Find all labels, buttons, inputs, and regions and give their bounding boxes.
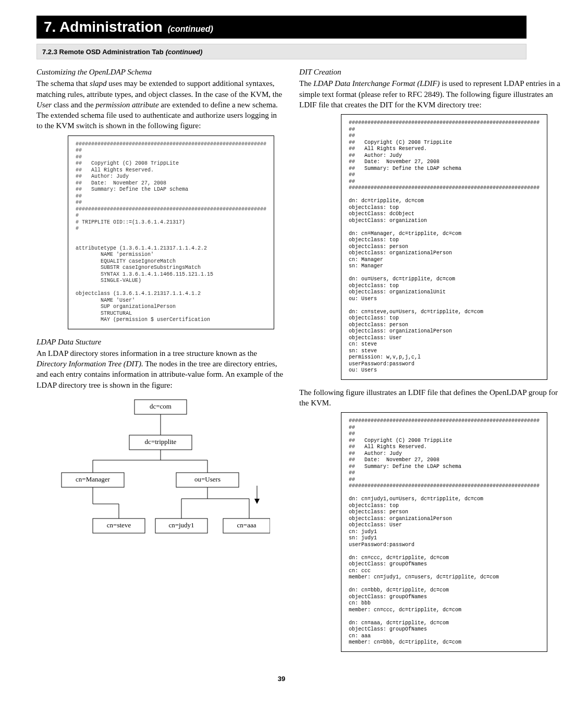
right-sec2-para: The following figure illustrates an LDIF… <box>299 387 563 409</box>
chapter-number: 7. <box>44 19 56 35</box>
schema-figure: ########################################… <box>68 135 274 329</box>
ldif-dit-figure: ########################################… <box>341 114 547 380</box>
tree-lvl4a: cn=steve <box>107 521 131 529</box>
left-sec1-title: Customizing the OpenLDAP Schema <box>36 67 285 77</box>
chapter-heading: 7. Administration (continued) <box>36 16 527 39</box>
ldif-group-figure: ########################################… <box>341 412 547 652</box>
tree-lvl4c: cn=aaa <box>237 521 256 529</box>
section-continued: (continued) <box>166 48 203 56</box>
right-sec1-para: The LDAP Data Interchange Format (LDIF) … <box>299 78 563 110</box>
tree-lvl4b: cn=judy1 <box>168 521 194 529</box>
right-sec1-title: DIT Creation <box>299 67 563 77</box>
chapter-continued: (continued) <box>168 24 213 33</box>
section-heading: 7.2.3 Remote OSD Administration Tab (con… <box>36 44 527 59</box>
right-column: DIT Creation The LDAP Data Interchange F… <box>299 67 563 659</box>
tree-root: dc=com <box>150 402 172 410</box>
tree-lvl3b: ou=Users <box>194 475 221 483</box>
left-sec2-title: LDAP Data Stucture <box>36 337 285 347</box>
section-number: 7.2.3 <box>42 48 57 56</box>
dit-tree-figure: .nb { fill:#fff; stroke:#000; stroke-wid… <box>51 394 270 566</box>
section-title: Remote OSD Administration Tab <box>59 48 164 56</box>
chapter-title: Administration <box>59 19 163 35</box>
left-sec1-para: The schema that slapd uses may be extend… <box>36 78 285 131</box>
left-column: Customizing the OpenLDAP Schema The sche… <box>36 67 285 659</box>
tree-lvl2: dc=tripplite <box>145 438 177 446</box>
page-number: 39 <box>36 675 527 683</box>
tree-lvl3a: cn=Manager <box>76 475 110 483</box>
left-sec2-para: An LDAP directory stores information in … <box>36 348 285 390</box>
